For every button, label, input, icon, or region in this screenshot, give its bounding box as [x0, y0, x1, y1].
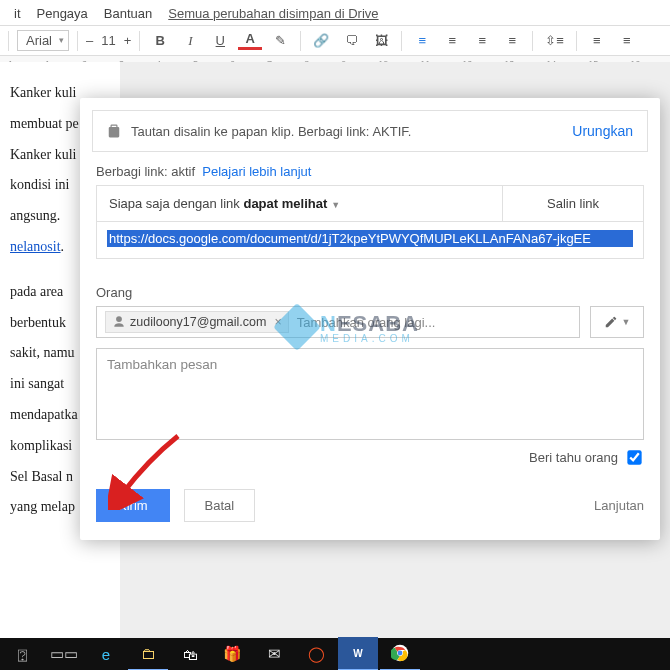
- menu-item[interactable]: it: [8, 4, 27, 23]
- person-icon: [112, 315, 126, 329]
- plus-icon[interactable]: +: [124, 33, 132, 48]
- text-color-button[interactable]: A: [238, 31, 262, 50]
- notify-checkbox[interactable]: [627, 450, 641, 464]
- learn-more-link[interactable]: Pelajari lebih lanjut: [202, 164, 311, 179]
- minus-icon[interactable]: –: [86, 33, 93, 48]
- align-right-button[interactable]: ≡: [470, 31, 494, 50]
- highlight-button[interactable]: ✎: [268, 31, 292, 50]
- align-center-button[interactable]: ≡: [440, 31, 464, 50]
- people-placeholder: Tambahkan orang lagi...: [297, 315, 436, 330]
- share-url-field[interactable]: https://docs.google.com/document/d/1jT2k…: [96, 222, 644, 259]
- italic-button[interactable]: I: [178, 31, 202, 51]
- task-view-button[interactable]: ▭▭: [44, 638, 84, 670]
- numbered-list-button[interactable]: ≡: [585, 31, 609, 50]
- menu-item[interactable]: Pengaya: [31, 4, 94, 23]
- font-select[interactable]: Arial: [17, 30, 69, 51]
- mail-icon[interactable]: ✉: [254, 638, 294, 670]
- underline-button[interactable]: U: [208, 31, 232, 50]
- font-size-value[interactable]: 11: [101, 33, 115, 48]
- format-toolbar: Arial – 11 + B I U A ✎ 🔗 🗨 🖼 ≡ ≡ ≡ ≡ ⇳≡ …: [0, 25, 670, 56]
- copy-link-button[interactable]: Salin link: [502, 186, 643, 221]
- bulleted-list-button[interactable]: ≡: [615, 31, 639, 50]
- share-url-text[interactable]: https://docs.google.com/document/d/1jT2k…: [107, 230, 633, 247]
- people-input[interactable]: zudiloony17@gmail.com × Tambahkan orang …: [96, 306, 580, 338]
- send-button[interactable]: Kirim: [96, 489, 170, 522]
- people-label: Orang: [80, 259, 660, 306]
- pencil-icon: [604, 315, 618, 329]
- remove-chip-icon[interactable]: ×: [270, 315, 285, 329]
- menu-item[interactable]: Bantuan: [98, 4, 158, 23]
- save-status[interactable]: Semua perubahan disimpan di Drive: [162, 4, 384, 23]
- share-dialog: Tautan disalin ke papan klip. Berbagi li…: [80, 98, 660, 540]
- insert-image-button[interactable]: 🖼: [369, 31, 393, 50]
- link-share-status: Berbagi link: aktif Pelajari lebih lanju…: [80, 164, 660, 185]
- windows-taskbar: ⍰ ▭▭ e 🗀 🛍 🎁 ✉ ◯ W: [0, 638, 670, 670]
- chrome-icon[interactable]: [380, 637, 420, 670]
- office-icon[interactable]: ◯: [296, 638, 336, 670]
- edge-icon[interactable]: e: [86, 638, 126, 670]
- word-icon[interactable]: W: [338, 637, 378, 670]
- font-size-stepper[interactable]: – 11 +: [86, 33, 131, 48]
- chevron-down-icon: ▼: [327, 200, 340, 210]
- explore-button[interactable]: ⍰: [2, 638, 42, 670]
- svg-point-1: [398, 651, 403, 656]
- gift-icon[interactable]: 🎁: [212, 638, 252, 670]
- insert-comment-button[interactable]: 🗨: [339, 31, 363, 50]
- permission-row: Siapa saja dengan link dapat melihat▼ Sa…: [96, 185, 644, 222]
- line-spacing-button[interactable]: ⇳≡: [541, 31, 568, 50]
- permission-dropdown[interactable]: Siapa saja dengan link dapat melihat▼: [97, 186, 502, 221]
- cancel-button[interactable]: Batal: [184, 489, 256, 522]
- message-textarea[interactable]: Tambahkan pesan: [96, 348, 644, 440]
- permission-edit-button[interactable]: ▼: [590, 306, 644, 338]
- menubar: it Pengaya Bantuan Semua perubahan disim…: [0, 0, 670, 25]
- align-left-button[interactable]: ≡: [410, 31, 434, 50]
- insert-link-button[interactable]: 🔗: [309, 31, 333, 50]
- doc-hyperlink[interactable]: nelanosit: [10, 239, 61, 254]
- advanced-link[interactable]: Lanjutan: [594, 498, 644, 513]
- store-icon[interactable]: 🛍: [170, 638, 210, 670]
- notify-label: Beri tahu orang: [529, 450, 618, 465]
- undo-link[interactable]: Urungkan: [572, 123, 633, 139]
- file-explorer-icon[interactable]: 🗀: [128, 637, 168, 670]
- clipboard-notice: Tautan disalin ke papan klip. Berbagi li…: [92, 110, 648, 152]
- notice-text: Tautan disalin ke papan klip. Berbagi li…: [131, 124, 411, 139]
- chevron-down-icon: ▼: [622, 317, 631, 327]
- recipient-chip[interactable]: zudiloony17@gmail.com ×: [105, 311, 289, 333]
- bold-button[interactable]: B: [148, 31, 172, 50]
- clipboard-icon: [107, 124, 121, 138]
- align-justify-button[interactable]: ≡: [500, 31, 524, 50]
